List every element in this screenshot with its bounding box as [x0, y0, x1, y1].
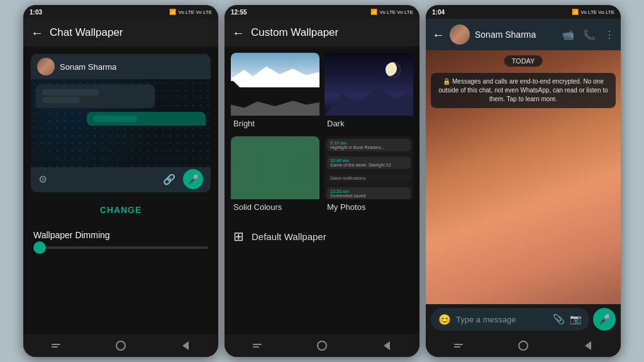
default-wallpaper-label: Default Wallpaper	[252, 231, 326, 242]
chat-content-3: TODAY 🔒 Messages and calls are end-to-en…	[426, 50, 621, 334]
mountain-shape	[325, 84, 413, 116]
nav-back-3[interactable]	[575, 341, 601, 350]
settings-icon: ⚙	[38, 173, 47, 185]
dimming-slider[interactable]	[33, 246, 208, 249]
bright-label: Bright	[231, 116, 319, 131]
wallpaper-bright[interactable]: Bright	[231, 53, 319, 131]
chat-header-icons: 📹 📞 ⋮	[562, 29, 614, 41]
header-bar-2: ← Custom Wallpaper	[225, 19, 419, 47]
wallpaper-grid: Bright Dark Solid Colours	[231, 53, 413, 215]
nav-back-1[interactable]	[173, 341, 198, 350]
link-icon: 🔗	[163, 173, 175, 185]
dimming-label: Wallpaper Dimming	[33, 230, 208, 240]
nav-home-2[interactable]	[309, 341, 335, 351]
header-bar-1: ← Chat Wallpaper	[23, 19, 218, 47]
notif-3: Silent notifications	[327, 174, 411, 182]
chat-header-info: Sonam Sharma	[475, 30, 557, 40]
status-bar-2: 12:55 📶 Vo LTE Vo LTE	[225, 5, 419, 19]
bottom-nav-2	[225, 334, 419, 357]
notif-4: 12:22 am Screenshot saved	[327, 187, 411, 199]
bubble-received	[36, 84, 155, 108]
photos-thumb: 9:10 am Highlight in Book Readers... 10:…	[325, 136, 413, 199]
wallpaper-solid[interactable]: Solid Colours	[231, 136, 319, 215]
back-button-3[interactable]: ←	[432, 28, 445, 42]
chat-input-bar-3: 😊 Type a message 📎 📷 🎤	[426, 304, 621, 334]
bottom-nav-3	[426, 334, 621, 357]
phones-container: 1:03 📶 Vo LTE Vo LTE ← Chat Wallpaper So…	[18, 0, 626, 362]
preview-footer: ⚙ 🔗 🎤	[31, 167, 211, 191]
mic-icon: 🎤	[188, 174, 199, 184]
status-icons-2: 📶 Vo LTE Vo LTE	[370, 9, 413, 15]
back-triangle-icon-2	[384, 341, 390, 350]
mic-icon-main: 🎤	[599, 314, 611, 325]
change-button[interactable]: CHANGE	[23, 200, 218, 220]
wallpaper-dark[interactable]: Dark	[325, 53, 413, 131]
status-icons-1: 📶 Vo LTE Vo LTE	[169, 9, 212, 15]
solid-label: Solid Colours	[231, 199, 319, 215]
bubble-sent	[87, 112, 206, 126]
preview-body	[31, 79, 211, 167]
solid-thumb	[231, 136, 319, 199]
chat-preview: Sonam Sharma ⚙ 🔗	[31, 54, 211, 192]
call-icon[interactable]: 📞	[583, 29, 596, 41]
home-circle-icon-2	[317, 341, 327, 351]
home-circle-icon	[116, 341, 126, 351]
chat-input-field[interactable]: 😊 Type a message 📎 📷	[431, 308, 589, 331]
page-title-2: Custom Wallpaper	[251, 26, 412, 39]
chat-body-3: TODAY 🔒 Messages and calls are end-to-en…	[426, 50, 621, 304]
signal-text-2: Vo LTE Vo LTE	[379, 9, 413, 15]
nav-recent-1[interactable]	[43, 344, 69, 348]
time-2: 12:55	[231, 9, 247, 16]
bright-thumb	[231, 53, 319, 116]
input-placeholder: Type a message	[456, 315, 548, 324]
slider-thumb[interactable]	[33, 241, 46, 254]
back-button-1[interactable]: ←	[31, 26, 43, 40]
attach-icon[interactable]: 📎	[553, 314, 565, 325]
custom-wallpaper-content: Bright Dark Solid Colours	[225, 47, 419, 334]
back-triangle-icon-3	[585, 341, 591, 350]
chat-header-3: ← Sonam Sharma 📹 📞 ⋮	[426, 19, 621, 50]
dimming-section: Wallpaper Dimming	[23, 220, 218, 254]
status-bar-3: 1:04 📶 Vo LTE Vo LTE	[426, 5, 621, 19]
bottom-nav-1	[23, 334, 218, 357]
phone2: 12:55 📶 Vo LTE Vo LTE ← Custom Wallpaper	[225, 5, 419, 357]
avatar-3	[450, 25, 470, 45]
more-options-icon[interactable]: ⋮	[604, 29, 614, 41]
mic-button-preview[interactable]: 🎤	[183, 169, 203, 189]
dark-label: Dark	[325, 116, 413, 131]
preview-header: Sonam Sharma	[31, 54, 211, 79]
system-message[interactable]: 🔒 Messages and calls are end-to-end encr…	[431, 73, 616, 108]
nav-recent-2[interactable]	[245, 344, 270, 348]
avatar-preview	[37, 58, 55, 75]
nav-home-1[interactable]	[108, 341, 133, 351]
phone1: 1:03 📶 Vo LTE Vo LTE ← Chat Wallpaper So…	[23, 5, 218, 357]
footer-right-icons: 🔗 🎤	[163, 169, 203, 189]
back-triangle-icon	[182, 341, 189, 350]
video-icon[interactable]: 📹	[562, 29, 574, 41]
default-wallpaper-button[interactable]: ⊞ Default Wallpaper	[231, 221, 413, 251]
chat-wallpaper-content: Sonam Sharma ⚙ 🔗	[23, 47, 218, 334]
signal-text-3: Vo LTE Vo LTE	[580, 9, 614, 15]
camera-icon[interactable]: 📷	[570, 314, 582, 325]
contact-name-3: Sonam Sharma	[475, 30, 557, 40]
page-title-1: Chat Wallpaper	[50, 26, 211, 39]
wallpaper-photos[interactable]: 9:10 am Highlight in Book Readers... 10:…	[325, 136, 413, 215]
today-badge: TODAY	[504, 55, 543, 67]
phone3: 1:04 📶 Vo LTE Vo LTE ← Sonam Sharma 📹 📞 …	[426, 5, 621, 357]
default-wallpaper-icon: ⊞	[233, 229, 244, 244]
nav-home-3[interactable]	[511, 341, 536, 351]
nav-back-2[interactable]	[374, 341, 399, 350]
time-3: 1:04	[432, 9, 445, 16]
back-button-2[interactable]: ←	[232, 26, 245, 40]
home-circle-icon-3	[518, 341, 528, 351]
nav-recent-3[interactable]	[446, 344, 471, 348]
notif-1: 9:10 am Highlight in Book Readers...	[327, 139, 411, 151]
notif-2: 10:40 am Game of the week: Starlight X2	[327, 156, 411, 169]
moon-icon	[386, 62, 401, 77]
status-bar-1: 1:03 📶 Vo LTE Vo LTE	[23, 5, 218, 19]
dark-thumb	[325, 53, 413, 116]
status-icons-3: 📶 Vo LTE Vo LTE	[572, 9, 614, 15]
emoji-icon[interactable]: 😊	[438, 314, 451, 326]
time-1: 1:03	[30, 9, 42, 16]
mic-button-main[interactable]: 🎤	[593, 308, 616, 331]
